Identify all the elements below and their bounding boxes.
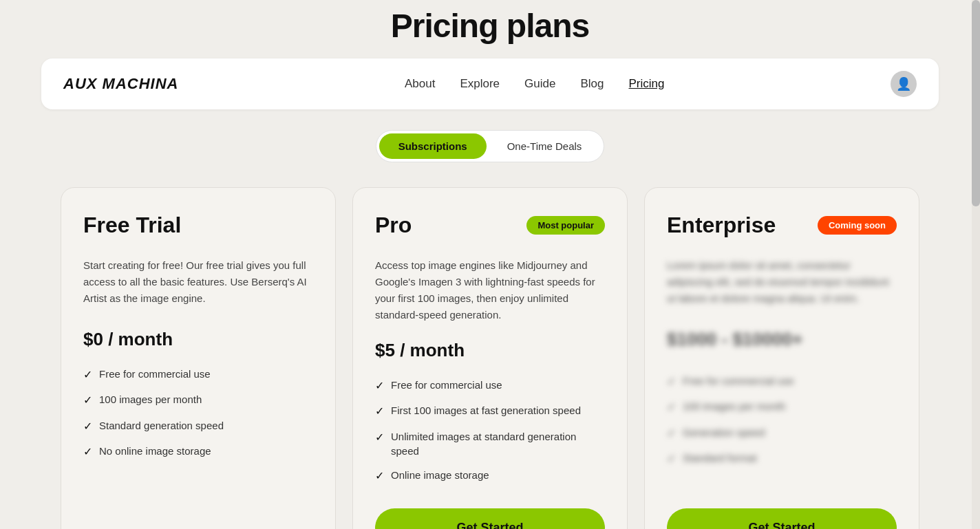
check-icon: ✓ <box>667 451 676 466</box>
enterprise-card: Enterprise Coming soon Lorem ipsum dolor… <box>644 187 919 529</box>
check-icon: ✓ <box>83 444 92 460</box>
free-card-title: Free Trial <box>83 213 181 238</box>
navbar-logo[interactable]: AUX MACHINA <box>63 75 178 93</box>
enterprise-card-header: Enterprise Coming soon <box>667 213 897 238</box>
scrollbar[interactable] <box>972 0 980 529</box>
navbar: AUX MACHINA About Explore Guide Blog Pri… <box>41 58 939 109</box>
one-time-toggle[interactable]: One-Time Deals <box>488 133 601 159</box>
feature-text: Free for commercial use <box>683 374 794 388</box>
enterprise-features-list: ✓ Free for commercial use ✓ 100 images p… <box>667 374 897 484</box>
feature-text: 100 images per month <box>683 399 785 413</box>
toggle-group: Subscriptions One-Time Deals <box>376 130 605 162</box>
feature-text: First 100 images at fast generation spee… <box>391 403 581 418</box>
enterprise-card-price: $1000 - $10000+ <box>667 329 897 350</box>
nav-about[interactable]: About <box>405 77 435 91</box>
enterprise-get-started-button[interactable]: Get Started <box>667 508 897 529</box>
list-item: ✓ Standard format <box>667 451 897 466</box>
feature-text: 100 images per month <box>99 392 202 407</box>
check-icon: ✓ <box>375 378 384 393</box>
list-item: ✓ Free for commercial use <box>83 367 313 382</box>
list-item: ✓ No online image storage <box>83 444 313 460</box>
feature-text: Unlimited images at standard generation … <box>391 429 605 458</box>
list-item: ✓ Online image storage <box>375 468 605 484</box>
pro-card-description: Access top image engines like Midjourney… <box>375 257 605 323</box>
pro-get-started-button[interactable]: Get Started <box>375 508 605 529</box>
free-features-list: ✓ Free for commercial use ✓ 100 images p… <box>83 367 313 529</box>
list-item: ✓ 100 images per month <box>83 392 313 408</box>
subscriptions-toggle[interactable]: Subscriptions <box>379 133 487 159</box>
free-trial-card: Free Trial Start creating for free! Our … <box>61 187 336 529</box>
nav-blog[interactable]: Blog <box>580 77 604 91</box>
feature-text: Standard generation speed <box>99 418 224 433</box>
check-icon: ✓ <box>83 393 92 408</box>
pro-cta: Get Started <box>375 508 605 529</box>
scrollbar-thumb[interactable] <box>972 0 980 206</box>
feature-text: Generation speed <box>683 425 765 440</box>
list-item: ✓ 100 images per month <box>667 399 897 415</box>
check-icon: ✓ <box>83 367 92 382</box>
free-card-header: Free Trial <box>83 213 313 238</box>
navbar-nav: About Explore Guide Blog Pricing <box>405 77 664 91</box>
popular-badge: Most popular <box>526 216 605 235</box>
plan-toggle-section: Subscriptions One-Time Deals <box>0 130 980 162</box>
check-icon: ✓ <box>375 468 384 484</box>
pro-card-price: $5 / month <box>375 340 605 361</box>
enterprise-card-description: Lorem ipsum dolor sit amet, consectetur … <box>667 257 897 312</box>
nav-explore[interactable]: Explore <box>460 77 500 91</box>
enterprise-card-title: Enterprise <box>667 213 776 238</box>
list-item: ✓ Standard generation speed <box>83 418 313 434</box>
check-icon: ✓ <box>83 419 92 434</box>
list-item: ✓ Free for commercial use <box>375 378 605 393</box>
check-icon: ✓ <box>667 400 676 415</box>
check-icon: ✓ <box>667 374 676 389</box>
check-icon: ✓ <box>375 430 384 445</box>
nav-guide[interactable]: Guide <box>524 77 555 91</box>
check-icon: ✓ <box>375 404 384 419</box>
free-card-price: $0 / month <box>83 329 313 350</box>
pro-card-header: Pro Most popular <box>375 213 605 238</box>
enterprise-cta: Get Started <box>667 508 897 529</box>
feature-text: No online image storage <box>99 444 211 458</box>
avatar[interactable]: 👤 <box>891 71 917 97</box>
feature-text: Free for commercial use <box>99 367 211 381</box>
list-item: ✓ Free for commercial use <box>667 374 897 389</box>
list-item: ✓ Unlimited images at standard generatio… <box>375 429 605 458</box>
free-card-description: Start creating for free! Our free trial … <box>83 257 313 312</box>
check-icon: ✓ <box>667 426 676 441</box>
nav-pricing[interactable]: Pricing <box>628 77 664 91</box>
list-item: ✓ First 100 images at fast generation sp… <box>375 403 605 419</box>
coming-soon-badge: Coming soon <box>818 216 897 235</box>
pro-card-title: Pro <box>375 213 412 238</box>
list-item: ✓ Generation speed <box>667 425 897 441</box>
pro-card: Pro Most popular Access top image engine… <box>352 187 628 529</box>
feature-text: Free for commercial use <box>391 378 502 392</box>
feature-text: Online image storage <box>391 468 489 482</box>
pro-features-list: ✓ Free for commercial use ✓ First 100 im… <box>375 378 605 484</box>
feature-text: Standard format <box>683 451 757 465</box>
page-title: Pricing plans <box>0 7 980 45</box>
pricing-cards: Free Trial Start creating for free! Our … <box>0 187 980 529</box>
